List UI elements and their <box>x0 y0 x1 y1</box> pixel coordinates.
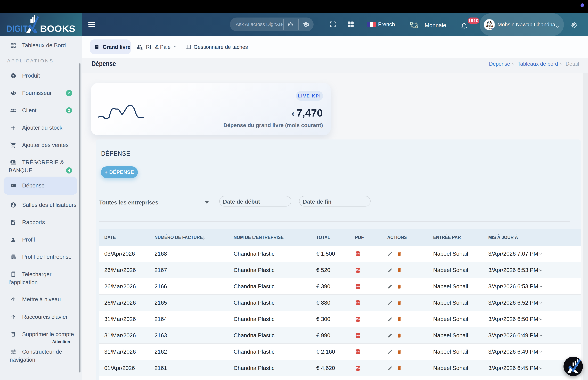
svg-text:BOOKS: BOOKS <box>40 23 75 34</box>
svg-text:Smart: Smart <box>486 25 493 27</box>
svg-text:Fashion: Fashion <box>488 27 493 29</box>
svg-text:€: € <box>416 25 417 28</box>
svg-text:DIGIT: DIGIT <box>6 23 28 34</box>
svg-text:$: $ <box>411 22 412 25</box>
svg-text:$: $ <box>12 185 13 187</box>
